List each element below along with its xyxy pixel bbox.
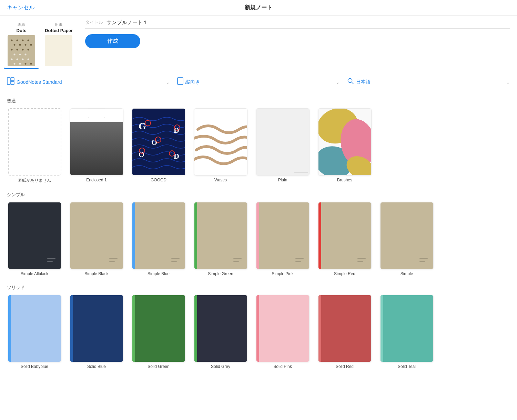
svg-point-9	[11, 49, 13, 51]
svg-line-29	[352, 82, 353, 84]
svg-point-21	[19, 63, 21, 65]
section-simple: シンプル Simple Allblack	[7, 192, 510, 276]
dots-svg	[8, 35, 35, 66]
cancel-button[interactable]: キャンセル	[7, 4, 34, 11]
paper-tab[interactable]: 用紙 Dotted Paper	[41, 19, 77, 69]
cover-name-solid-red: Solid Red	[336, 364, 354, 369]
cover-item-simple-pink[interactable]: Simple Pink	[255, 202, 310, 276]
cover-item-simple-red[interactable]: Simple Red	[317, 202, 372, 276]
create-button[interactable]: 作成	[85, 34, 140, 48]
cover-name-solid-pink: Solid Pink	[273, 364, 292, 369]
cover-item-solid-pink[interactable]: Solid Pink	[255, 295, 310, 369]
cover-name-simple-green: Simple Green	[208, 271, 233, 276]
cover-name-solid-green: Solid Green	[148, 364, 169, 369]
svg-rect-27	[178, 78, 183, 84]
svg-point-18	[22, 59, 24, 60]
header: キャンセル 新規ノート	[0, 0, 517, 16]
svg-point-7	[25, 44, 27, 46]
cover-item-waves[interactable]: Waves	[193, 108, 248, 183]
cover-item-solid-blue[interactable]: Solid Blue	[69, 295, 124, 369]
cover-name-simple-pink: Simple Pink	[272, 271, 293, 276]
svg-point-17	[17, 59, 18, 60]
cover-card-solid-blue	[70, 295, 123, 362]
template-icon	[7, 77, 14, 87]
cover-item-solid-babyblue[interactable]: Solid Babyblue	[7, 295, 62, 369]
cover-item-simple-green[interactable]: Simple Green	[193, 202, 248, 276]
cover-card-simple-black	[70, 202, 123, 269]
cover-item-solid-teal[interactable]: Solid Teal	[379, 295, 434, 369]
language-chevron-icon: ⌄	[506, 79, 510, 85]
svg-point-23	[30, 63, 32, 65]
cover-item-solid-red[interactable]: Solid Red	[317, 295, 372, 369]
cover-item-simple[interactable]: Simple	[379, 202, 434, 276]
svg-point-16	[11, 59, 13, 60]
title-label: タイトル	[85, 19, 103, 26]
template-filter[interactable]: GoodNotes Standard ⌄	[7, 76, 170, 88]
cover-card-solid-green	[132, 295, 185, 362]
svg-point-20	[14, 63, 16, 65]
svg-rect-42	[256, 109, 310, 176]
cover-card-waves	[194, 108, 247, 176]
language-filter[interactable]: 日本語 ⌄	[340, 76, 510, 88]
cover-card-solid-grey	[194, 295, 247, 362]
search-icon	[347, 78, 354, 86]
cover-card-plain	[256, 108, 310, 176]
orientation-chevron-icon: ⌄	[336, 79, 340, 85]
main-content: 普通 表紙がありません Enclosed 1	[0, 91, 517, 383]
cover-item-plain[interactable]: Plain	[255, 108, 310, 183]
paper-thumb	[45, 35, 72, 66]
page-title: 新規ノート	[245, 4, 272, 11]
svg-point-11	[22, 49, 24, 51]
cover-item-goood[interactable]: G D O O D GOO	[131, 108, 186, 183]
cover-item-enclosed1[interactable]: Enclosed 1	[69, 108, 124, 183]
cover-name-waves: Waves	[214, 178, 227, 182]
cover-name-solid-blue: Solid Blue	[87, 364, 106, 369]
cover-card-simple-allblack	[8, 202, 61, 269]
cover-card-none	[8, 108, 61, 176]
cover-item-simple-allblack[interactable]: Simple Allblack	[7, 202, 62, 276]
cover-item-simple-blue[interactable]: Simple Blue	[131, 202, 186, 276]
cover-card-solid-red	[318, 295, 372, 362]
futsuu-grid: 表紙がありません Enclosed 1	[7, 108, 510, 183]
section-solid: ソリッド Solid Babyblue Solid Blue	[7, 284, 510, 369]
section-futsuu: 普通 表紙がありません Enclosed 1	[7, 98, 510, 183]
cover-tab-title: Dots	[17, 28, 27, 33]
plain-svg	[256, 109, 310, 176]
cover-card-simple	[380, 202, 434, 269]
waves-svg	[194, 109, 247, 175]
cover-tab[interactable]: 表紙 Dots	[3, 19, 39, 69]
goood-svg: G D O O D	[132, 109, 185, 175]
cover-card-solid-teal	[380, 295, 434, 362]
cover-name-none: 表紙がありません	[18, 178, 51, 183]
cover-name-simple-black: Simple Black	[84, 271, 108, 276]
paper-tab-label: 用紙	[55, 22, 62, 27]
cover-item-simple-black[interactable]: Simple Black	[69, 202, 124, 276]
svg-rect-26	[11, 81, 14, 84]
cover-item-none[interactable]: 表紙がありません	[7, 108, 62, 183]
cover-paper-row: 表紙 Dots	[0, 16, 517, 73]
orientation-filter[interactable]: 縦向き ⌄	[170, 76, 340, 88]
svg-point-5	[14, 44, 16, 46]
svg-point-6	[19, 44, 21, 46]
cover-card-simple-blue	[132, 202, 185, 269]
paper-tab-title: Dotted Paper	[45, 28, 73, 33]
cover-item-solid-green[interactable]: Solid Green	[131, 295, 186, 369]
svg-point-3	[22, 40, 24, 41]
template-filter-label: GoodNotes Standard	[17, 79, 62, 85]
orientation-filter-label: 縦向き	[185, 79, 200, 85]
cover-name-brushes: Brushes	[337, 178, 352, 182]
title-row: タイトル	[85, 19, 510, 29]
title-input[interactable]	[107, 20, 510, 26]
cover-name-goood: GOOOD	[151, 178, 166, 182]
cover-name-plain: Plain	[278, 178, 287, 182]
cover-name-solid-teal: Solid Teal	[398, 364, 416, 369]
section-simple-label: シンプル	[7, 192, 510, 198]
svg-rect-24	[7, 78, 10, 84]
section-futsuu-label: 普通	[7, 98, 510, 104]
cover-name-simple-blue: Simple Blue	[148, 271, 170, 276]
cover-item-brushes[interactable]: Brushes	[317, 108, 372, 183]
cover-name-simple-red: Simple Red	[334, 271, 355, 276]
cover-item-solid-grey[interactable]: Solid Grey	[193, 295, 248, 369]
svg-point-2	[17, 40, 18, 41]
orientation-icon	[177, 77, 183, 87]
